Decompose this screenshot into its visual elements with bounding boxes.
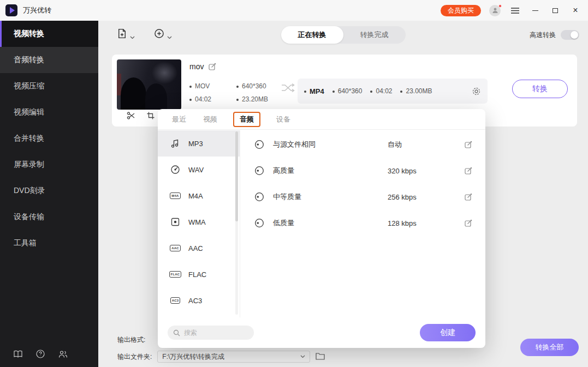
tab-device[interactable]: 设备 bbox=[275, 113, 292, 126]
quality-row-low[interactable]: 低质量 128 kbps bbox=[240, 210, 485, 236]
quality-dial-icon bbox=[254, 166, 264, 176]
sidebar-item-video-edit[interactable]: 视频编辑 bbox=[0, 99, 98, 125]
convert-all-button[interactable]: 转换全部 bbox=[520, 339, 579, 356]
tab-video[interactable]: 视频 bbox=[202, 113, 218, 126]
source-size: 23.20MB bbox=[242, 95, 268, 103]
tab-recent[interactable]: 最近 bbox=[171, 113, 187, 126]
sidebar-item-toolbox[interactable]: 工具箱 bbox=[0, 230, 98, 256]
highspeed-convert-control: 高速转换 bbox=[530, 30, 579, 40]
quality-dial-icon bbox=[254, 192, 264, 202]
format-select-popup: 最近 视频 音频 设备 MP3 WAV bbox=[158, 109, 485, 348]
minimize-button[interactable] bbox=[529, 4, 541, 16]
add-file-icon bbox=[116, 28, 128, 39]
convert-button[interactable]: 转换 bbox=[512, 80, 568, 98]
music-note-icon bbox=[169, 138, 182, 149]
format-popup-tabs: 最近 视频 音频 设备 bbox=[158, 109, 485, 130]
create-button[interactable]: 创建 bbox=[420, 324, 476, 341]
sidebar-item-video-compress[interactable]: 视频压缩 bbox=[0, 73, 98, 99]
app-title: 万兴优转 bbox=[23, 5, 51, 15]
ac3-badge-icon: AC3 bbox=[169, 295, 182, 306]
help-icon[interactable] bbox=[36, 350, 45, 358]
m4a-badge-icon: M4A bbox=[169, 190, 182, 201]
add-from-device-button[interactable] bbox=[153, 28, 172, 39]
user-guide-icon[interactable] bbox=[13, 350, 23, 358]
output-folder-select[interactable]: F:\万兴优转\转换完成 bbox=[157, 351, 310, 363]
sidebar-item-device-transfer[interactable]: 设备传输 bbox=[0, 204, 98, 230]
file-title-row: mov bbox=[189, 62, 216, 71]
search-icon bbox=[173, 329, 180, 336]
community-icon[interactable] bbox=[58, 350, 68, 358]
source-duration: 04:02 bbox=[195, 95, 211, 103]
sidebar: 视频转换 音频转换 视频压缩 视频编辑 合并转换 屏幕录制 DVD刻录 设备传输… bbox=[0, 21, 98, 367]
quality-row-medium[interactable]: 中等质量 256 kbps bbox=[240, 184, 485, 210]
format-item-m4a[interactable]: M4A M4A bbox=[158, 183, 240, 209]
rename-icon[interactable] bbox=[209, 63, 216, 70]
add-device-icon bbox=[153, 28, 165, 39]
titlebar: 万兴优转 会员购买 × bbox=[0, 0, 588, 21]
edit-quality-icon[interactable] bbox=[465, 193, 472, 201]
output-format: MP4 bbox=[310, 87, 324, 95]
app-logo-icon bbox=[5, 4, 17, 16]
output-duration: 04:02 bbox=[376, 87, 392, 95]
sidebar-item-screen-record[interactable]: 屏幕录制 bbox=[0, 152, 98, 178]
chevron-down-icon bbox=[130, 36, 135, 39]
menu-icon[interactable] bbox=[509, 4, 521, 16]
convert-status-tabs: 正在转换 转换完成 bbox=[281, 26, 406, 44]
format-item-wav[interactable]: WAV bbox=[158, 157, 240, 183]
maximize-button[interactable] bbox=[549, 4, 561, 16]
membership-buy-button[interactable]: 会员购买 bbox=[441, 5, 481, 16]
sidebar-item-dvd-burn[interactable]: DVD刻录 bbox=[0, 178, 98, 204]
sidebar-item-video-convert[interactable]: 视频转换 bbox=[0, 21, 98, 47]
close-button[interactable]: × bbox=[569, 4, 581, 16]
format-item-mp3[interactable]: MP3 bbox=[158, 130, 240, 157]
output-size: 23.00MB bbox=[406, 87, 432, 95]
output-settings-gear-icon[interactable] bbox=[472, 87, 481, 96]
source-format: MOV bbox=[195, 82, 210, 90]
output-settings-chip: MP4 640*360 04:02 23.00MB bbox=[298, 79, 488, 104]
file-edit-tools bbox=[127, 111, 155, 120]
user-avatar[interactable] bbox=[489, 5, 501, 16]
scrollbar-thumb[interactable] bbox=[235, 131, 238, 221]
crop-icon[interactable] bbox=[147, 112, 155, 119]
edit-quality-icon[interactable] bbox=[465, 167, 472, 175]
gauge-icon bbox=[169, 164, 182, 175]
tab-converting[interactable]: 正在转换 bbox=[281, 26, 343, 44]
sidebar-item-merge-convert[interactable]: 合并转换 bbox=[0, 125, 98, 152]
edit-quality-icon[interactable] bbox=[465, 141, 472, 148]
convert-direction-icon bbox=[281, 83, 295, 95]
titlebar-actions: 会员购买 × bbox=[441, 4, 588, 16]
edit-quality-icon[interactable] bbox=[465, 219, 472, 227]
chevron-down-icon bbox=[300, 355, 305, 358]
output-folder-label: 输出文件夹: bbox=[117, 352, 152, 362]
main-toolbar: 正在转换 转换完成 高速转换 bbox=[98, 21, 588, 48]
quality-row-high[interactable]: 高质量 320 kbps bbox=[240, 158, 485, 184]
open-folder-icon[interactable] bbox=[316, 352, 325, 362]
flac-badge-icon: FLAC bbox=[169, 269, 182, 280]
source-file-info: MOV 640*360 04:02 23.20MB bbox=[189, 80, 268, 106]
sidebar-item-audio-convert[interactable]: 音频转换 bbox=[0, 47, 98, 73]
format-popup-body: MP3 WAV M4A M4A WMA bbox=[158, 130, 485, 317]
tab-audio[interactable]: 音频 bbox=[233, 112, 260, 127]
highspeed-label: 高速转换 bbox=[530, 31, 556, 40]
format-list: MP3 WAV M4A M4A WMA bbox=[158, 130, 240, 317]
sidebar-bottom-icons bbox=[13, 350, 68, 358]
quality-dial-icon bbox=[254, 140, 264, 149]
add-file-button[interactable] bbox=[116, 28, 135, 39]
format-popup-footer: 创建 bbox=[158, 317, 485, 348]
format-item-flac[interactable]: FLAC FLAC bbox=[158, 261, 240, 287]
format-item-wma[interactable]: WMA bbox=[158, 209, 240, 235]
output-resolution: 640*360 bbox=[338, 87, 363, 95]
format-item-ac3[interactable]: AC3 AC3 bbox=[158, 287, 240, 314]
trim-icon[interactable] bbox=[127, 111, 135, 120]
source-resolution: 640*360 bbox=[242, 82, 266, 90]
quality-row-same-as-source[interactable]: 与源文件相同 自动 bbox=[240, 131, 485, 158]
tab-completed[interactable]: 转换完成 bbox=[343, 26, 406, 44]
highspeed-toggle[interactable] bbox=[561, 30, 579, 40]
format-search-box[interactable] bbox=[168, 326, 254, 340]
search-input[interactable] bbox=[184, 329, 244, 336]
video-thumbnail bbox=[117, 59, 181, 110]
output-folder-row: 输出文件夹: F:\万兴优转\转换完成 bbox=[117, 351, 325, 363]
format-item-aac[interactable]: AAC AAC bbox=[158, 235, 240, 261]
quality-list: 与源文件相同 自动 高质量 320 kbps bbox=[240, 130, 485, 317]
output-folder-value: F:\万兴优转\转换完成 bbox=[162, 352, 224, 362]
